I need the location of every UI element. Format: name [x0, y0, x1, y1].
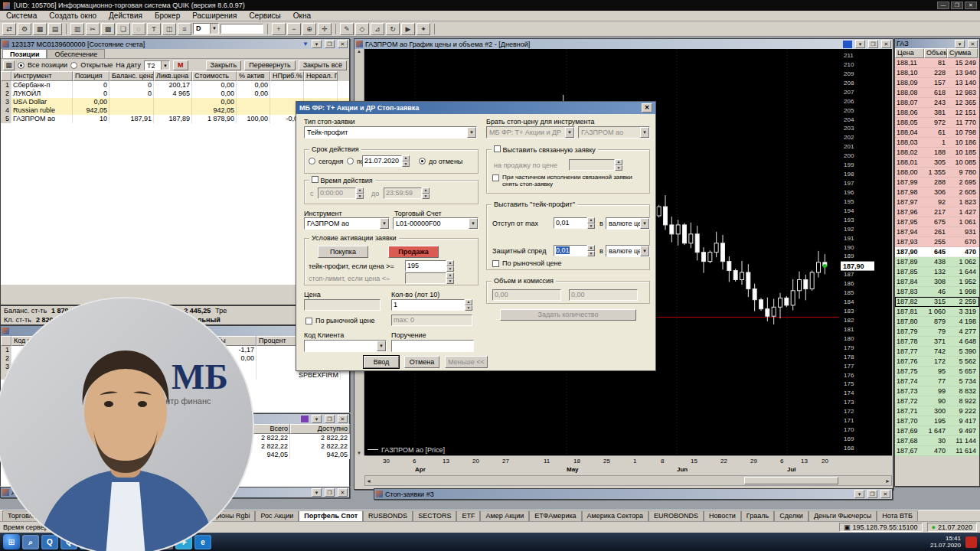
stop-type-select[interactable]: Тейк-профит▼ — [304, 126, 477, 139]
market-price-checkbox-2[interactable]: По рыночной цене — [492, 259, 561, 267]
column-header-Позиция[interactable]: Позиция — [73, 71, 109, 81]
order-book-row[interactable]: 187,808794 198 — [895, 317, 979, 327]
linked-order-checkbox[interactable] — [494, 145, 501, 152]
order-book-row[interactable]: 188,0861812 983 — [895, 88, 979, 98]
date-select[interactable]: T2▼ — [144, 60, 170, 70]
menu-item-Система[interactable]: Система — [0, 11, 43, 20]
start-button[interactable]: ⊞ — [3, 534, 20, 549]
close-icon[interactable]: ✕ — [338, 40, 348, 48]
browser-icon[interactable]: e — [194, 535, 211, 549]
close-all-button[interactable]: Закрыть всё — [299, 60, 347, 70]
column-header-Баланс. цена[interactable]: Баланс. цена — [109, 71, 154, 81]
chart-icon[interactable]: ◫ — [162, 23, 176, 35]
cut-icon[interactable]: ✂ — [86, 23, 100, 35]
column-header-Нереал. П[interactable]: Нереал. П — [304, 71, 338, 81]
account-select[interactable]: L01-00000F00▼ — [393, 217, 479, 230]
symbol-input[interactable] — [220, 24, 263, 34]
table-icon[interactable]: ▦ — [33, 23, 47, 35]
class-select[interactable]: МБ ФР: Т+ Акции и ДР▼ — [486, 126, 575, 139]
column-header-Объем[interactable]: Объем — [924, 48, 947, 58]
order-book-row[interactable]: 187,811 0603 319 — [895, 307, 979, 317]
column-header-Цена[interactable]: Цена — [895, 48, 924, 58]
order-book-titlebar[interactable]: ГАЗ ▾ ✕ — [895, 39, 979, 48]
linked-price-spinner[interactable]: ▲▼ — [615, 159, 622, 171]
order-book-row[interactable]: 187,701959 417 — [895, 416, 979, 426]
grid-icon[interactable]: ▩ — [101, 23, 115, 35]
sell-button[interactable]: Продажа — [388, 246, 439, 258]
chevron-down-icon[interactable]: ▼ — [161, 61, 169, 70]
zoom-out-icon[interactable]: − — [287, 23, 301, 35]
close-icon[interactable]: ✕ — [880, 490, 890, 498]
order-book-row[interactable]: 187,823152 259 — [895, 297, 979, 307]
settings-icon[interactable]: ⚙ — [18, 23, 31, 35]
market-price-checkbox[interactable]: По рыночной цене — [305, 317, 374, 324]
desktop-tab-Нота ВТБ[interactable]: Нота ВТБ — [877, 510, 918, 521]
order-book-row[interactable]: 187,894381 062 — [895, 257, 979, 267]
desktop-tab-ЕТФАмерика[interactable]: ЕТФАмерика — [529, 510, 581, 521]
offset-spinner[interactable]: ▲▼ — [587, 217, 595, 229]
order-book-row[interactable]: 187,83461 998 — [895, 287, 979, 297]
shade-icon[interactable]: ▾ — [855, 40, 865, 48]
client-code-select[interactable]: ▼ — [304, 340, 387, 352]
maximize-icon[interactable]: ❐ — [867, 490, 877, 498]
desktop-tab-Грааль[interactable]: Грааль — [741, 510, 774, 521]
quantity-field[interactable]: 1 — [391, 299, 465, 311]
order-book-row[interactable]: 187,992882 695 — [895, 178, 979, 187]
order-book-row[interactable]: 187,713009 222 — [895, 406, 979, 416]
desktop-tab-Рос Акции[interactable]: Рос Акции — [255, 510, 299, 521]
set-quantity-button[interactable]: Задать количество — [500, 309, 636, 321]
order-book-row[interactable]: 187,843081 952 — [895, 277, 979, 287]
spread-field[interactable]: 0,01 — [554, 245, 587, 256]
positions-titlebar[interactable]: 123137 МС0139600000 [Состояние счета] ▼ … — [1, 39, 349, 49]
validity-date-field[interactable]: 21.07.2020 — [362, 155, 402, 167]
order-book-row[interactable]: 187,983062 605 — [895, 187, 979, 197]
order-book-row[interactable]: 188,001 3559 780 — [895, 168, 979, 178]
order-book-row[interactable]: 187,93255670 — [895, 237, 979, 247]
marker-icon[interactable]: ✦ — [416, 23, 430, 35]
chevron-down-icon[interactable]: ▼ — [565, 127, 574, 138]
offset-field[interactable]: 0,01 — [554, 217, 587, 229]
spread-unit-select[interactable]: валюте цены▼ — [606, 245, 650, 257]
shade-icon[interactable]: ▾ — [312, 488, 322, 497]
desktop-tab-EUROBONDS[interactable]: EUROBONDS — [648, 510, 704, 521]
table-row[interactable]: 1Сбербанк-п00200,170,000,00 — [1, 81, 349, 90]
validity-cancel-radio[interactable]: до отмены — [419, 158, 462, 165]
price-field[interactable] — [304, 299, 381, 311]
chevron-down-icon[interactable]: ▼ — [380, 218, 389, 229]
time-from-spinner[interactable]: ▲▼ — [356, 187, 364, 199]
order-book-row[interactable]: 188,1022813 940 — [895, 68, 979, 78]
order-book-row[interactable]: 187,761725 562 — [895, 357, 979, 367]
order-book-row[interactable]: 188,0638112 151 — [895, 108, 979, 118]
table-settings-icon[interactable]: ▦ — [3, 60, 15, 70]
desktop-tab-Сделки[interactable]: Сделки — [774, 510, 808, 521]
filter-open-radio[interactable] — [70, 62, 77, 69]
list-icon[interactable]: ▥ — [70, 23, 84, 35]
tab-Обеспечение[interactable]: Обеспечение — [47, 49, 105, 58]
instrument-select[interactable]: ГАЗПРОМ ао▼ — [304, 217, 390, 230]
order-book-row[interactable]: 187,851321 644 — [895, 267, 979, 277]
play-icon[interactable]: ▶ — [401, 23, 415, 35]
shade-icon[interactable]: ▾ — [312, 415, 322, 423]
time-from-field[interactable]: 0:00:00 — [318, 187, 356, 199]
order-book-row[interactable]: 187,79794 277 — [895, 327, 979, 337]
order-book-row[interactable]: 187,74775 734 — [895, 377, 979, 386]
tab-Позиции[interactable]: Позиции — [2, 49, 47, 58]
desktop-tab-Деньги Фьючерсы[interactable]: Деньги Фьючерсы — [808, 510, 877, 521]
cross-icon[interactable]: ✛ — [318, 23, 332, 35]
desktop-tab-Новости[interactable]: Новости — [704, 510, 741, 521]
order-book-row[interactable]: 187,73998 832 — [895, 386, 979, 396]
sl-price-spinner[interactable]: ▲▼ — [446, 272, 454, 284]
layers-icon[interactable]: ≡ — [178, 23, 191, 35]
maximize-icon[interactable]: ❐ — [325, 415, 335, 423]
table-row[interactable]: 2ЛУКОЙЛ004 9650,000,00 — [1, 90, 349, 98]
order-book-row[interactable]: 187,94261931 — [895, 227, 979, 237]
date-spinner[interactable]: ▲▼ — [402, 155, 410, 167]
chevron-down-icon[interactable]: ▼ — [467, 127, 476, 138]
column-header-Сумма[interactable]: Сумма — [947, 48, 978, 58]
column-header-Ликв.цена[interactable]: Ликв.цена — [154, 71, 192, 81]
cancel-button[interactable]: Отмена — [404, 356, 439, 368]
time-to-field[interactable]: 23:59:59 — [384, 187, 422, 199]
stop-limit-price-field[interactable] — [405, 272, 446, 284]
order-book-row[interactable]: 188,0724312 365 — [895, 98, 979, 108]
order-book-row[interactable]: 187,962171 427 — [895, 207, 979, 217]
